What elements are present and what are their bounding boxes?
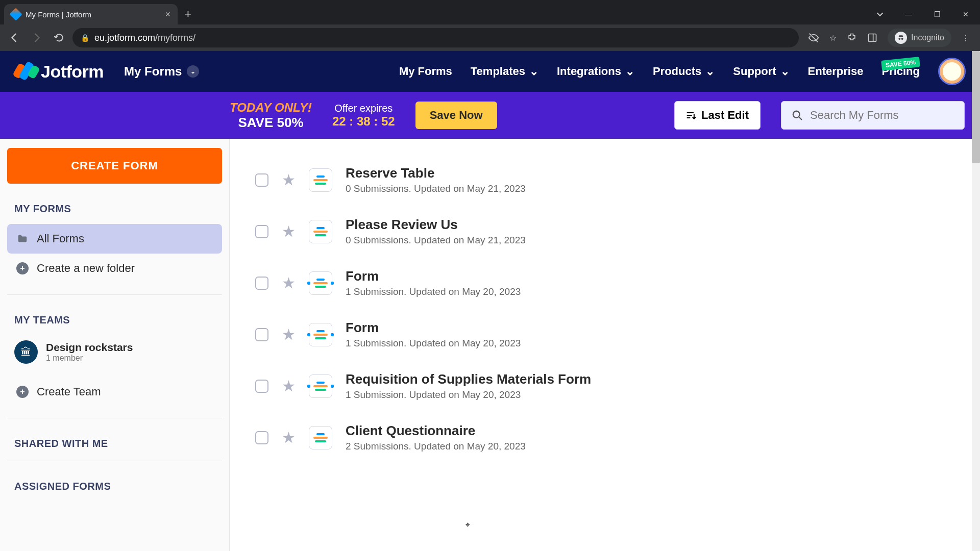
window-controls: ― ❐ ✕ xyxy=(866,4,980,24)
extensions-icon[interactable] xyxy=(847,33,857,43)
bookmark-star-icon[interactable]: ☆ xyxy=(829,33,837,43)
svg-point-2 xyxy=(898,38,900,40)
url-host: eu.jotform.com xyxy=(94,33,155,43)
form-type-icon xyxy=(309,323,332,346)
reload-button[interactable] xyxy=(50,29,68,47)
svg-rect-0 xyxy=(869,34,876,42)
favicon-icon xyxy=(9,8,22,20)
checkbox[interactable] xyxy=(255,328,268,341)
nav-label: Enterprise xyxy=(808,65,864,78)
address-bar[interactable]: 🔒 eu.jotform.com/myforms/ xyxy=(72,28,799,47)
star-icon[interactable]: ★ xyxy=(282,429,296,446)
form-row[interactable]: ★ Form 1 Submission. Updated on May 20, … xyxy=(250,257,960,309)
checkbox[interactable] xyxy=(255,225,268,238)
section-title-my-forms: MY FORMS xyxy=(14,203,222,215)
browser-menu-icon[interactable]: ⋮ xyxy=(962,33,970,43)
app-header: Jotform My Forms ⌄ My Forms Templates ⌄ … xyxy=(0,51,980,92)
nav-label: Products xyxy=(653,65,701,78)
side-panel-icon[interactable] xyxy=(867,33,877,43)
search-box[interactable] xyxy=(781,101,965,130)
sort-icon xyxy=(686,110,696,120)
sidebar: CREATE FORM MY FORMS All Forms + Create … xyxy=(0,139,230,551)
maximize-icon[interactable]: ❐ xyxy=(923,4,951,24)
form-subtitle: 0 Submissions. Updated on May 21, 2023 xyxy=(346,235,954,246)
nav-my-forms[interactable]: My Forms xyxy=(399,65,452,78)
avatar[interactable] xyxy=(938,58,966,85)
form-subtitle: 0 Submissions. Updated on May 21, 2023 xyxy=(346,183,954,194)
star-icon[interactable]: ★ xyxy=(282,377,296,395)
form-row[interactable]: ★ Please Review Us 0 Submissions. Update… xyxy=(250,206,960,257)
sidebar-item-create-folder[interactable]: + Create a new folder xyxy=(7,254,222,283)
eye-off-icon[interactable] xyxy=(808,32,819,43)
minimize-icon[interactable]: ― xyxy=(894,4,923,24)
nav-pricing[interactable]: SAVE 50% Pricing xyxy=(881,65,920,78)
form-row[interactable]: ★ Requisition of Supplies Materials Form… xyxy=(250,360,960,412)
star-icon[interactable]: ★ xyxy=(282,171,296,189)
form-subtitle: 1 Submission. Updated on May 20, 2023 xyxy=(346,389,954,400)
logo-text: Jotform xyxy=(41,62,104,82)
folder-icon xyxy=(16,233,29,245)
team-item[interactable]: 🏛 Design rockstars 1 member xyxy=(7,335,222,369)
new-tab-button[interactable]: + xyxy=(178,4,199,24)
nav-label: Integrations xyxy=(557,65,621,78)
nav-products[interactable]: Products ⌄ xyxy=(653,65,715,78)
divider xyxy=(7,294,222,295)
team-name: Design rockstars xyxy=(46,341,133,354)
nav-integrations[interactable]: Integrations ⌄ xyxy=(557,65,634,78)
form-type-icon xyxy=(309,271,332,295)
star-icon[interactable]: ★ xyxy=(282,274,296,292)
close-window-icon[interactable]: ✕ xyxy=(951,4,980,24)
save-now-button[interactable]: Save Now xyxy=(415,102,497,129)
cursor-icon: ⌖ xyxy=(465,520,470,530)
tab-title: My Forms | Jotform xyxy=(26,10,91,19)
lock-icon: 🔒 xyxy=(81,34,89,42)
scroll-thumb[interactable] xyxy=(972,51,980,163)
svg-point-3 xyxy=(901,38,903,40)
chevron-down-icon: ⌄ xyxy=(780,65,790,78)
form-type-icon xyxy=(309,426,332,449)
star-icon[interactable]: ★ xyxy=(282,222,296,240)
scrollbar[interactable] xyxy=(972,51,980,551)
back-button[interactable] xyxy=(5,29,23,47)
checkbox[interactable] xyxy=(255,380,268,393)
browser-tab[interactable]: My Forms | Jotform × xyxy=(4,4,178,24)
form-row[interactable]: ★ Form 1 Submission. Updated on May 20, … xyxy=(250,309,960,360)
last-edit-label: Last Edit xyxy=(701,109,749,122)
tab-search-icon[interactable] xyxy=(866,4,894,24)
divider xyxy=(7,418,222,418)
avatar-face-icon xyxy=(943,62,961,81)
sidebar-item-all-forms[interactable]: All Forms xyxy=(7,224,222,254)
incognito-badge[interactable]: Incognito xyxy=(888,29,951,47)
checkbox[interactable] xyxy=(255,431,268,444)
logo-mark-icon xyxy=(14,61,36,82)
promo-headline: TODAY ONLY! xyxy=(230,101,312,115)
chevron-down-icon: ⌄ xyxy=(625,65,634,78)
star-icon[interactable]: ★ xyxy=(282,325,296,343)
promo-bar: TODAY ONLY! SAVE 50% Offer expires 22 : … xyxy=(0,92,980,139)
form-title: Client Questionnaire xyxy=(346,423,954,439)
search-input[interactable] xyxy=(810,109,954,122)
workspace-dropdown[interactable]: My Forms ⌄ xyxy=(124,64,199,79)
forward-button[interactable] xyxy=(28,29,46,47)
form-row[interactable]: ★ Reserve Table 0 Submissions. Updated o… xyxy=(250,154,960,206)
promo-expires-label: Offer expires xyxy=(332,103,395,114)
nav-label: Templates xyxy=(471,65,525,78)
close-tab-icon[interactable]: × xyxy=(165,9,170,20)
nav-support[interactable]: Support ⌄ xyxy=(733,65,789,78)
nav-enterprise[interactable]: Enterprise xyxy=(808,65,864,78)
last-edit-button[interactable]: Last Edit xyxy=(674,101,761,130)
form-row[interactable]: ★ Client Questionnaire 2 Submissions. Up… xyxy=(250,412,960,463)
nav-templates[interactable]: Templates ⌄ xyxy=(471,65,538,78)
logo[interactable]: Jotform xyxy=(14,61,104,82)
sidebar-item-create-team[interactable]: + Create Team xyxy=(7,377,222,407)
form-subtitle: 2 Submissions. Updated on May 20, 2023 xyxy=(346,441,954,452)
form-subtitle: 1 Submission. Updated on May 20, 2023 xyxy=(346,286,954,297)
create-form-button[interactable]: CREATE FORM xyxy=(7,148,222,184)
form-title: Requisition of Supplies Materials Form xyxy=(346,371,954,387)
checkbox[interactable] xyxy=(255,277,268,290)
chevron-down-icon: ⌄ xyxy=(187,65,199,78)
checkbox[interactable] xyxy=(255,173,268,187)
promo-subhead: SAVE 50% xyxy=(230,115,312,131)
search-icon xyxy=(792,110,803,121)
incognito-icon xyxy=(895,32,907,44)
